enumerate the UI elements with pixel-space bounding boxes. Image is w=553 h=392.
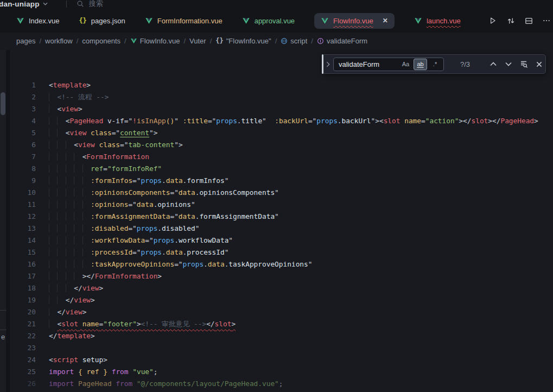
breadcrumb-item[interactable]: validateForm — [317, 37, 367, 45]
line-number[interactable]: 13 — [0, 223, 36, 235]
line-number[interactable]: 9 — [0, 175, 36, 187]
code-line[interactable]: 26import PageHead from "@/components/lay… — [0, 378, 553, 390]
tab-pages.json[interactable]: {}pages.json — [79, 17, 125, 25]
line-number[interactable]: 24 — [0, 354, 36, 366]
line-number[interactable]: 4 — [0, 115, 36, 127]
tab-Index.vue[interactable]: Index.vue — [16, 17, 59, 25]
code-area[interactable]: 1<template>2 <!-- 流程 -->3 <view>4 <PageH… — [0, 79, 553, 390]
code-line[interactable]: 20 </view> — [0, 306, 553, 318]
line-number[interactable]: 15 — [0, 246, 36, 258]
tab-FormInformation.vue[interactable]: FormInformation.vue — [145, 17, 223, 25]
code-line[interactable]: 4 <PageHead v-if="!isInApp()" :title="pr… — [0, 115, 553, 127]
code-line-text[interactable]: ></FormInformation> — [49, 270, 162, 282]
breadcrumb-item[interactable]: pages — [16, 37, 35, 45]
breadcrumb-item[interactable]: {}"FlowInfo.vue" — [215, 37, 271, 45]
line-number[interactable]: 21 — [0, 318, 36, 330]
code-line[interactable]: 8 ref="formInfoRef" — [0, 163, 553, 175]
match-case-button[interactable]: Aa — [399, 59, 412, 69]
find-next-button[interactable] — [504, 59, 513, 69]
code-line-text[interactable]: :opinions="data.opinions" — [49, 199, 195, 211]
code-line-text[interactable]: </view> — [49, 294, 95, 306]
find-widget-sash[interactable] — [322, 54, 323, 74]
breadcrumb-item[interactable]: script — [281, 37, 307, 45]
find-in-selection-button[interactable] — [519, 59, 529, 69]
code-line[interactable]: 24<script setup> — [0, 354, 553, 366]
code-line[interactable]: 15 :processId="props.data.processId" — [0, 246, 553, 258]
find-close-icon[interactable] — [534, 59, 544, 69]
breadcrumb-item[interactable]: Vuter — [189, 37, 206, 45]
code-line-text[interactable]: <view class="tab-content"> — [49, 139, 183, 151]
regex-button[interactable]: .* — [429, 59, 441, 69]
line-number[interactable]: 19 — [0, 294, 36, 306]
breadcrumb-item[interactable]: FlowInfo.vue — [130, 37, 180, 45]
code-line[interactable]: 9 :formInfos="props.data.formInfos" — [0, 175, 553, 187]
code-line-text[interactable]: :formAssignmentData="data.formAssignment… — [49, 211, 279, 223]
code-line[interactable]: 25import { ref } from "vue"; — [0, 366, 553, 378]
code-line-text[interactable]: </template> — [49, 330, 95, 342]
line-number[interactable]: 10 — [0, 187, 36, 199]
split-editor-icon[interactable] — [524, 16, 533, 26]
code-line-text[interactable]: <slot name="footer"><!-- 审批意见 --></slot> — [49, 318, 236, 330]
line-number[interactable]: 1 — [0, 79, 36, 91]
code-line-text[interactable]: ref="formInfoRef" — [49, 163, 162, 175]
code-line-text[interactable]: </view> — [49, 306, 86, 318]
code-line[interactable]: 13 :disabled="props.disabled" — [0, 223, 553, 235]
code-line-text[interactable]: :processId="props.data.processId" — [49, 246, 228, 258]
code-line[interactable]: 17 ></FormInformation> — [0, 270, 553, 282]
line-number[interactable]: 23 — [0, 342, 36, 354]
tab-close-icon[interactable]: ✕ — [383, 17, 388, 24]
breadcrumb-item[interactable]: components — [82, 37, 120, 45]
line-number[interactable]: 11 — [0, 199, 36, 211]
run-icon[interactable] — [488, 16, 498, 26]
code-line[interactable]: 14 :workflowData="props.workflowData" — [0, 235, 553, 246]
find-input[interactable]: validateForm Aa ab .* — [333, 58, 444, 71]
code-line-text[interactable]: :taskApproveOpinions="props.data.taskApp… — [49, 258, 312, 270]
code-line-text[interactable]: </view> — [49, 282, 103, 294]
line-number[interactable]: 2 — [0, 91, 36, 103]
line-number[interactable]: 12 — [0, 211, 36, 223]
code-line[interactable]: 16 :taskApproveOpinions="props.data.task… — [0, 258, 553, 270]
find-expand-toggle[interactable] — [322, 61, 333, 67]
code-line[interactable]: 22</template> — [0, 330, 553, 342]
code-line[interactable]: 11 :opinions="data.opinions" — [0, 199, 553, 211]
line-number[interactable]: 20 — [0, 306, 36, 318]
code-line-text[interactable]: import { ref } from "vue"; — [49, 366, 157, 378]
line-number[interactable]: 5 — [0, 127, 36, 139]
code-line-text[interactable]: :opinionsComponents="data.opinionsCompon… — [49, 187, 279, 199]
code-line-text[interactable]: <template> — [49, 79, 91, 91]
line-number[interactable]: 3 — [0, 103, 36, 115]
code-line-text[interactable]: :disabled="props.disabled" — [49, 223, 199, 235]
line-number[interactable]: 26 — [0, 378, 36, 390]
code-line-text[interactable]: :formInfos="props.data.formInfos" — [49, 175, 228, 187]
project-switcher[interactable]: dan-uniapp — [0, 0, 48, 8]
code-line-text[interactable]: <!-- 流程 --> — [49, 91, 109, 103]
code-line[interactable]: 19 </view> — [0, 294, 553, 306]
code-line-text[interactable]: <view> — [49, 103, 82, 115]
line-number[interactable]: 22 — [0, 330, 36, 342]
find-previous-button[interactable] — [488, 59, 498, 69]
code-line[interactable]: 10 :opinionsComponents="data.opinionsCom… — [0, 187, 553, 199]
compare-changes-icon[interactable] — [506, 16, 516, 26]
line-number[interactable]: 18 — [0, 282, 36, 294]
more-actions-icon[interactable] — [542, 16, 551, 26]
code-line[interactable]: 7 <FormInformation — [0, 151, 553, 163]
line-number[interactable]: 6 — [0, 139, 36, 151]
code-line-text[interactable]: <FormInformation — [49, 151, 149, 163]
code-line[interactable]: 2 <!-- 流程 --> — [0, 91, 553, 103]
tab-approval.vue[interactable]: approval.vue — [242, 17, 295, 25]
code-line[interactable]: 5 <view class="content"> — [0, 127, 553, 139]
line-number[interactable]: 17 — [0, 270, 36, 282]
code-line-text[interactable]: <PageHead v-if="!isInApp()" :title="prop… — [49, 115, 538, 127]
line-number[interactable]: 25 — [0, 366, 36, 378]
line-number[interactable]: 8 — [0, 163, 36, 175]
code-line[interactable]: 21 <slot name="footer"><!-- 审批意见 --></sl… — [0, 318, 553, 330]
find-query[interactable]: validateForm — [339, 60, 398, 68]
code-line[interactable]: 12 :formAssignmentData="data.formAssignm… — [0, 211, 553, 223]
code-line-text[interactable]: <script setup> — [49, 354, 107, 366]
code-line[interactable]: 18 </view> — [0, 282, 553, 294]
tab-FlowInfo.vue[interactable]: FlowInfo.vue✕ — [314, 13, 395, 29]
breadcrumb-item[interactable]: workflow — [45, 37, 73, 45]
line-number[interactable]: 7 — [0, 151, 36, 163]
line-number[interactable]: 14 — [0, 235, 36, 246]
code-line[interactable]: 23 — [0, 342, 553, 354]
